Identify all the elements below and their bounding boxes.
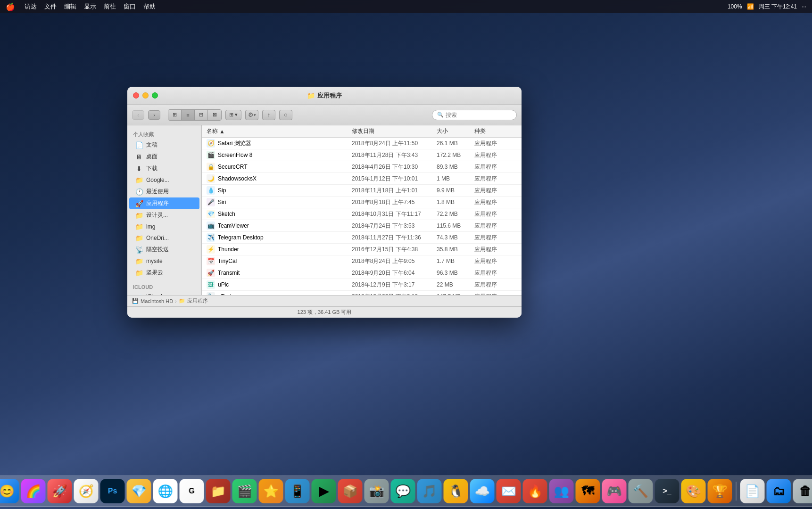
close-button[interactable] [133,92,139,99]
dock-item-sketch[interactable]: 💎 [127,479,151,503]
onedrive-icon: 📁 [135,234,143,242]
sidebar-item-mysite[interactable]: 📁 mysite [129,255,199,267]
dock-item-gray1[interactable]: 📸 [365,479,389,503]
sidebar-label-desktop: 桌面 [146,153,157,161]
dock-item-ps[interactable]: Ps [100,479,125,503]
sidebar-item-img[interactable]: 📁 img [129,221,199,232]
col-size[interactable]: 大小 [437,127,474,135]
dock-item-dark1[interactable]: >_ [655,479,679,503]
list-item[interactable]: 🔧 uTools 2018年12月23日 下午3:19 147.7 MB 应用程… [202,291,522,295]
sidebar-item-downloads[interactable]: ⬇ 下载 [129,163,199,174]
list-item[interactable]: ✈️ Telegram Desktop 2018年11月27日 下午11:36 … [202,232,522,244]
list-header: 名称 ▲ 修改日期 大小 种类 [202,125,522,138]
path-hdd-label[interactable]: Macintosh HD [141,298,173,304]
back-button[interactable]: ‹ [132,110,144,120]
dock-item-red1[interactable]: 📦 [338,479,363,503]
minimize-button[interactable] [142,92,149,99]
menu-help[interactable]: 帮助 [143,2,156,11]
dock-item-finder2[interactable]: 🗂 [767,479,791,503]
dock-item-orange1[interactable]: 🗺 [576,479,600,503]
list-item[interactable]: 🔒 SecureCRT 2018年4月26日 下午10:30 89.3 MB 应… [202,161,522,173]
list-item[interactable]: 📺 TeamViewer 2018年7月24日 下午3:53 115.6 MB … [202,220,522,232]
dock-item-teal1[interactable]: 💬 [391,479,415,503]
sidebar-item-google[interactable]: 📁 Google... [129,174,199,186]
sidebar-item-applications[interactable]: 🚀 应用程序 [129,197,199,209]
col-kind[interactable]: 种类 [474,127,517,135]
datetime: 周三 下午12:41 [759,3,797,11]
dock-item-siri[interactable]: 🌈 [21,479,46,503]
col-modified[interactable]: 修改日期 [352,127,437,135]
file-name-cell: 🎤 Siri [207,198,352,206]
search-box[interactable]: 🔍 [432,110,517,120]
file-icon: ⚡ [207,245,215,254]
dock-item-finder[interactable]: 😊 [0,479,19,503]
menu-view[interactable]: 显示 [84,2,96,11]
list-item[interactable]: ⚡ Thunder 2016年12月15日 下午4:38 35.8 MB 应用程… [202,244,522,255]
tag-button[interactable]: ○ [279,110,292,120]
list-item[interactable]: 🎤 Siri 2018年8月18日 上午7:45 1.8 MB 应用程序 [202,197,522,208]
sidebar-item-recents[interactable]: 🕐 最近使用 [129,186,199,197]
sidebar-item-desktop[interactable]: 🖥 桌面 [129,151,199,163]
file-name-cell: ✈️ Telegram Desktop [207,233,352,242]
dock-item-chrome[interactable]: 🌐 [153,479,178,503]
arrange-button[interactable]: ⊞ ▾ [225,110,241,120]
dock-item-blue2[interactable]: 🎵 [417,479,442,503]
dock-item-files[interactable]: 📄 [740,479,765,503]
dock-item-blue1[interactable]: 📱 [285,479,310,503]
list-item[interactable]: 🌙 ShadowsocksX 2015年1月12日 下午10:01 1 MB 应… [202,173,522,185]
sidebar-item-icloud[interactable]: ☁️ iCloud... [129,291,199,295]
dock-item-red2[interactable]: 🔥 [523,479,547,503]
menu-finder[interactable]: 访达 [25,2,37,11]
view-cover-button[interactable]: ⊠ [208,110,221,120]
dock-item-google[interactable]: G [180,479,204,503]
menu-edit[interactable]: 编辑 [64,2,76,11]
col-name[interactable]: 名称 ▲ [207,127,352,135]
dock-item-qq[interactable]: 🐧 [444,479,468,503]
list-item[interactable]: 🎬 ScreenFlow 8 2018年11月28日 下午3:43 172.2 … [202,149,522,161]
dock-item-screenflow[interactable]: 🎬 [232,479,257,503]
maximize-button[interactable] [152,92,158,99]
search-input[interactable] [446,112,512,118]
sidebar-item-onedrive[interactable]: 📁 OneDri... [129,232,199,244]
menu-go[interactable]: 前往 [104,2,116,11]
dock-item-green1[interactable]: ▶ [312,479,336,503]
action-button[interactable]: ⚙ ▾ [245,110,258,120]
dock-item-email[interactable]: ✉️ [497,479,521,503]
view-icon-button[interactable]: ⊞ [168,110,182,120]
dock-item-icloud[interactable]: ☁️ [470,479,495,503]
list-item[interactable]: 💧 Sip 2018年11月18日 上午1:01 9.9 MB 应用程序 [202,185,522,197]
list-item[interactable]: 📅 TinyCal 2018年8月24日 上午9:05 1.7 MB 应用程序 [202,255,522,267]
dock-item-filezilla[interactable]: 📁 [206,479,231,503]
file-name-cell: 🖼 uPic [207,280,352,289]
dock-item-launchpad[interactable]: 🚀 [48,479,72,503]
battery-status: 100% [728,3,742,10]
dock-item-yellow1[interactable]: 🎨 [681,479,706,503]
dock-item-pink1[interactable]: 🎮 [602,479,627,503]
dock-item-purple1[interactable]: 👥 [549,479,574,503]
file-rows-container: 🧭 Safari 浏览器 2018年8月24日 上午11:50 26.1 MB … [202,138,522,295]
path-folder-label[interactable]: 应用程序 [187,297,208,304]
list-item[interactable]: 🚀 Transmit 2018年9月20日 下午6:04 96.3 MB 应用程… [202,267,522,279]
dock-item-trash[interactable]: 🗑 [793,479,812,503]
dock-item-gray2[interactable]: 🔨 [629,479,653,503]
share-button[interactable]: ↑ [262,110,275,120]
list-item[interactable]: 💎 Sketch 2018年10月31日 下午11:17 72.2 MB 应用程… [202,208,522,220]
sidebar-item-docs[interactable]: 📄 文稿 [129,139,199,151]
menu-window[interactable]: 窗口 [124,2,136,11]
forward-button[interactable]: › [148,110,160,120]
apple-menu[interactable]: 🍎 [6,2,15,11]
dock-item-safari[interactable]: 🧭 [74,479,99,503]
file-name: ScreenFlow 8 [218,152,252,158]
menu-file[interactable]: 文件 [44,2,57,11]
dock-item-starred[interactable]: ⭐ [259,479,283,503]
view-list-button[interactable]: ≡ [182,110,195,120]
view-column-button[interactable]: ⊟ [195,110,208,120]
desktop-icon: 🖥 [135,153,143,161]
dock-item-orange2[interactable]: 🏆 [708,479,732,503]
sidebar-item-design[interactable]: 📁 设计灵... [129,209,199,221]
list-item[interactable]: 🖼 uPic 2018年12月9日 下午3:17 22 MB 应用程序 [202,279,522,291]
list-item[interactable]: 🧭 Safari 浏览器 2018年8月24日 上午11:50 26.1 MB … [202,138,522,149]
sidebar-item-airdrop[interactable]: 📡 隔空投送 [129,244,199,255]
sidebar-item-jgcloud[interactable]: 📁 坚果云 [129,267,199,279]
menubar-right: 100% 📶 周三 下午12:41 ··· [728,3,806,11]
